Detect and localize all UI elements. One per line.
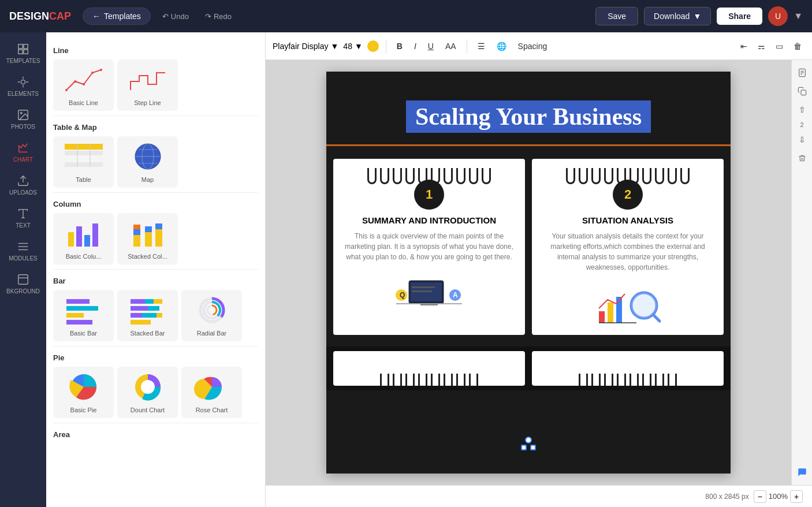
trash-icon[interactable]	[794, 150, 810, 166]
svg-line-81	[653, 315, 660, 321]
svg-rect-40	[155, 229, 162, 247]
column-grid: Basic Colu... Stacked Col...	[53, 213, 258, 264]
save-button[interactable]: Save	[595, 7, 638, 25]
italic-button[interactable]: I	[411, 39, 420, 53]
svg-point-15	[65, 89, 68, 91]
chevron-down-icon: ▼	[693, 12, 701, 21]
ring	[456, 168, 465, 184]
card-1-text: This is a quick overview of the main poi…	[342, 231, 516, 262]
align-left-icon[interactable]: ⇤	[737, 39, 751, 53]
layers-icon[interactable]: ⚎	[754, 39, 769, 53]
card-2[interactable]: 2 SITUATION ANALYSIS Your situation anal…	[532, 159, 724, 335]
sidebar-item-text[interactable]: TEXT	[0, 202, 46, 234]
card-1[interactable]: 1 SUMMARY AND INTRODUCTION This is a qui…	[333, 159, 525, 335]
font-dropdown-icon: ▼	[330, 42, 338, 51]
zoom-out-button[interactable]: −	[754, 490, 766, 503]
ring	[482, 168, 491, 184]
page-icon[interactable]	[794, 65, 810, 81]
pie-grid: Basic Pie Dount Chart	[53, 367, 258, 418]
sidebar-item-uploads[interactable]: UPLOADS	[0, 169, 46, 202]
ring	[469, 168, 478, 184]
avatar[interactable]: U	[768, 6, 788, 26]
stacked-column-svg	[128, 218, 168, 249]
step-line-item[interactable]: Step Line	[117, 59, 178, 111]
basic-pie-item[interactable]: Basic Pie	[53, 367, 114, 418]
undo-label: Undo	[171, 12, 189, 21]
ring	[680, 168, 690, 184]
move-down-icon[interactable]: ⇩	[794, 132, 810, 148]
svg-rect-34	[92, 223, 98, 247]
stacked-bar-svg	[128, 294, 168, 326]
sidebar-item-photos[interactable]: PHOTOS	[0, 103, 46, 136]
bottom-card-2	[532, 351, 724, 386]
canvas-area-wrapper: Scaling Your Business	[266, 60, 812, 485]
canvas-container[interactable]: Scaling Your Business	[266, 60, 791, 485]
chat-icon[interactable]	[794, 464, 810, 480]
download-button[interactable]: Download ▼	[644, 7, 711, 25]
sidebar-item-bkground[interactable]: BKGROUND	[0, 267, 46, 300]
svg-text:Q: Q	[400, 291, 405, 299]
undo-button[interactable]: ↶ Undo	[158, 10, 193, 23]
share-button[interactable]: Share	[717, 8, 762, 25]
card-2-image	[541, 279, 714, 326]
basic-column-item[interactable]: Basic Colu...	[53, 213, 114, 264]
ring	[444, 168, 453, 184]
basic-bar-item[interactable]: Basic Bar	[53, 290, 114, 341]
avatar-chevron[interactable]: ▼	[794, 11, 803, 21]
ring	[655, 168, 664, 184]
basic-pie-label: Basic Pie	[70, 407, 97, 413]
bkground-icon	[17, 273, 29, 286]
svg-rect-53	[157, 313, 162, 318]
globe-button[interactable]: 🌐	[493, 39, 510, 53]
anchor-handle[interactable]	[521, 437, 536, 450]
svg-rect-45	[66, 320, 92, 325]
stacked-bar-item[interactable]: Stacked Bar	[117, 290, 178, 341]
svg-rect-38	[145, 232, 152, 247]
sidebar-item-chart[interactable]: CHART	[0, 136, 46, 169]
crop-icon[interactable]: ▭	[772, 39, 787, 53]
canvas[interactable]: Scaling Your Business	[326, 72, 731, 474]
table-item[interactable]: Table	[53, 136, 114, 188]
redo-button[interactable]: ↷ Redo	[200, 10, 236, 23]
templates-button[interactable]: ← Templates	[83, 8, 151, 25]
rose-chart-item[interactable]: Rose Chart	[181, 367, 242, 418]
stacked-column-item[interactable]: Stacked Col...	[117, 213, 178, 264]
basic-line-label: Basic Line	[69, 99, 98, 106]
font-family-select[interactable]: Playfair Display ▼	[273, 42, 338, 51]
spacing-button[interactable]: Spacing	[515, 39, 551, 53]
chart-icon	[17, 141, 29, 154]
sidebar-item-elements[interactable]: ELEMENTS	[0, 70, 46, 103]
section-line: Line	[53, 46, 258, 55]
zoom-in-button[interactable]: +	[790, 490, 803, 503]
svg-rect-54	[131, 320, 151, 325]
bkground-nav-label: BKGROUND	[6, 288, 40, 294]
bold-button[interactable]: B	[393, 39, 406, 53]
sidebar-item-modules[interactable]: MODULES	[0, 234, 46, 267]
map-item[interactable]: Map	[117, 136, 178, 188]
underline-button[interactable]: U	[424, 39, 437, 53]
basic-line-item[interactable]: Basic Line	[53, 59, 114, 111]
stacked-column-label: Stacked Col...	[128, 253, 167, 260]
copy-page-icon[interactable]	[794, 83, 810, 99]
dount-chart-item[interactable]: Dount Chart	[117, 367, 178, 418]
right-controls: ⇧ 2 ⇩	[791, 60, 812, 485]
chat-bubble-icon	[797, 467, 807, 478]
sidebar-item-templates[interactable]: TEMPLATES	[0, 37, 46, 70]
move-up-icon[interactable]: ⇧	[794, 102, 810, 118]
delete-icon[interactable]: 🗑	[790, 39, 805, 53]
aa-button[interactable]: AA	[442, 39, 460, 53]
color-picker[interactable]	[367, 40, 379, 52]
align-button[interactable]: ☰	[474, 39, 489, 53]
radial-bar-item[interactable]: Radial Bar	[181, 290, 242, 341]
svg-rect-37	[133, 225, 140, 229]
svg-rect-69	[412, 290, 432, 292]
table-preview	[64, 141, 104, 173]
card-2-number: 2	[613, 180, 643, 210]
svg-rect-32	[76, 226, 82, 247]
svg-rect-21	[65, 151, 103, 155]
svg-point-16	[74, 80, 76, 83]
text-toolbar: Playfair Display ▼ 48 ▼ B I U AA ☰ 🌐 Spa…	[266, 32, 812, 60]
stacked-column-preview	[128, 218, 168, 249]
svg-rect-46	[131, 299, 145, 304]
svg-rect-47	[145, 299, 154, 304]
